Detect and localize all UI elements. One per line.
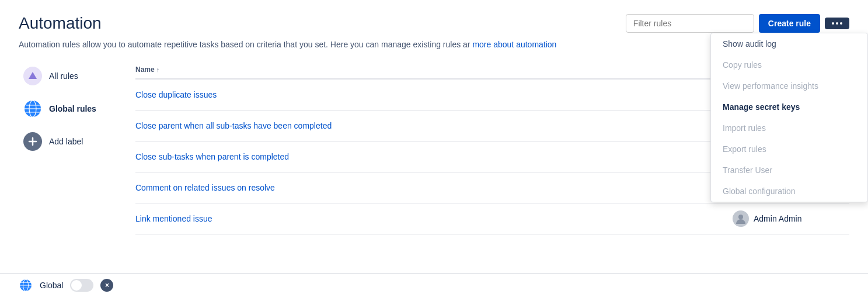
dot-1 — [832, 22, 834, 25]
add-label-icon — [23, 132, 42, 151]
owner-name: Admin Admin — [754, 214, 801, 223]
page-title: Automation — [19, 14, 102, 33]
sidebar-item-all-rules[interactable]: All rules — [19, 61, 126, 91]
sidebar-item-all-rules-label: All rules — [49, 71, 78, 81]
toggle-container[interactable] — [70, 279, 93, 292]
dropdown-item-show-audit-log[interactable]: Show audit log — [711, 33, 867, 54]
dropdown-menu: Show audit log Copy rules View performan… — [710, 33, 868, 202]
create-rule-button[interactable]: Create rule — [759, 14, 820, 33]
global-rules-icon — [23, 99, 42, 118]
dropdown-item-view-performance-insights: View performance insights — [711, 75, 867, 96]
owner-cell: Admin Admin — [733, 210, 849, 227]
all-rules-icon — [23, 67, 42, 85]
rule-link-close-subtasks[interactable]: Close sub-tasks when parent is completed — [135, 152, 733, 161]
toggle-switch[interactable] — [70, 279, 93, 292]
filter-input[interactable] — [626, 14, 754, 33]
toggle-knob — [71, 280, 82, 291]
dropdown-item-manage-secret-keys[interactable]: Manage secret keys — [711, 96, 867, 118]
dot-3 — [840, 22, 842, 25]
dropdown-item-copy-rules: Copy rules — [711, 54, 867, 75]
rule-link-comment-related[interactable]: Comment on related issues on resolve — [135, 183, 733, 192]
more-about-automation-link[interactable]: more about automation — [472, 40, 556, 49]
avatar — [733, 210, 749, 227]
svg-point-12 — [738, 215, 743, 219]
header-actions: Create rule — [626, 14, 849, 33]
sidebar-item-global-rules-label: Global rules — [49, 104, 96, 113]
page-description: Automation rules allow you to automate r… — [19, 40, 690, 49]
sidebar: All rules Global rules — [19, 61, 135, 234]
rule-link-link-mentioned[interactable]: Link mentioned issue — [135, 214, 733, 223]
table-row: Link mentioned issue Admin Admin — [135, 203, 849, 234]
sidebar-item-add-label[interactable]: Add label — [19, 126, 126, 157]
dropdown-item-transfer-user: Transfer User — [711, 160, 867, 181]
close-bottom-bar-button[interactable]: × — [100, 279, 113, 292]
rule-link-close-duplicate[interactable]: Close duplicate issues — [135, 90, 733, 99]
sidebar-item-global-rules[interactable]: Global rules — [19, 94, 126, 124]
dropdown-item-global-configuration: Global configuration — [711, 181, 867, 202]
sidebar-item-add-label-label: Add label — [49, 137, 83, 146]
more-options-button[interactable] — [825, 18, 849, 29]
bottom-bar: Global × — [0, 273, 868, 297]
header-row: Automation Create rule — [19, 14, 849, 33]
col-header-name[interactable]: Name — [135, 65, 733, 74]
dropdown-item-export-rules: Export rules — [711, 139, 867, 160]
svg-marker-0 — [29, 72, 37, 79]
dropdown-item-import-rules: Import rules — [711, 118, 867, 139]
rule-link-close-parent[interactable]: Close parent when all sub-tasks have bee… — [135, 121, 733, 130]
bottom-globe-icon — [19, 278, 33, 292]
bottom-label: Global — [40, 281, 63, 290]
page-container: Automation Create rule Automation rules … — [0, 0, 868, 297]
dot-2 — [836, 22, 838, 25]
